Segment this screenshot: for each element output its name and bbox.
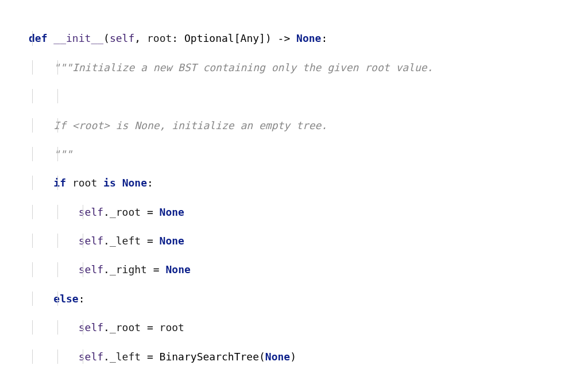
code-line: self._left = None <box>0 234 588 248</box>
code-line: """Initialize a new BST containing only … <box>0 60 588 75</box>
code-line: If <root> is None, initialize an empty t… <box>0 118 588 133</box>
docstring-text: If <root> is None, initialize an empty t… <box>53 119 327 131</box>
docstring-close: """ <box>53 148 72 160</box>
docstring-text: Initialize a new BST containing only the… <box>72 61 434 73</box>
method-name: __init__ <box>53 32 103 44</box>
code-line: else: <box>0 292 588 306</box>
code-block: def __init__(self, root: Optional[Any]) … <box>0 0 588 373</box>
docstring-open: """ <box>53 61 72 73</box>
keyword-if: if <box>53 177 66 189</box>
code-line: self._left = BinarySearchTree(None) <box>0 349 588 364</box>
code-line: self._right = None <box>0 262 588 277</box>
keyword-def: def <box>29 32 48 44</box>
code-line <box>0 89 588 103</box>
code-line: """ <box>0 147 588 161</box>
code-line: self._root = None <box>0 205 588 219</box>
code-line: self._root = root <box>0 320 588 335</box>
code-line: if root is None: <box>0 176 588 190</box>
code-line: def __init__(self, root: Optional[Any]) … <box>0 31 588 45</box>
